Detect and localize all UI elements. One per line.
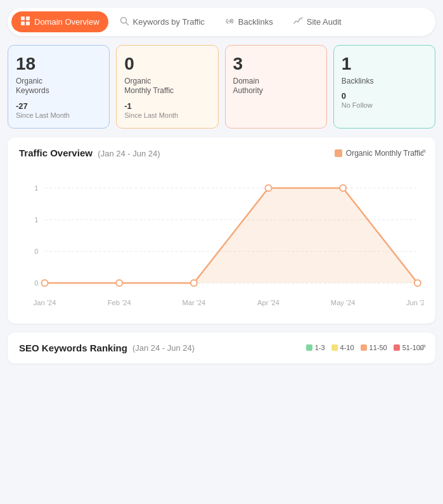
metric-value-traffic: 0 — [124, 54, 210, 74]
svg-rect-1 — [26, 16, 30, 20]
metric-value-domain-authority: 3 — [233, 54, 319, 74]
seo-title: SEO Keywords Ranking — [19, 343, 127, 353]
tab-backlinks[interactable]: Backlinks — [216, 11, 282, 32]
domain-overview-icon — [20, 16, 30, 28]
svg-line-5 — [125, 22, 128, 25]
legend-box-51-100 — [394, 344, 400, 351]
svg-text:May '24: May '24 — [331, 299, 356, 306]
tab-keywords-by-traffic[interactable]: Keywords by Traffic — [111, 11, 214, 32]
legend-label-11-50: 11-50 — [369, 344, 387, 351]
chart-title-group: Traffic Overview (Jan 24 - Jun 24) — [19, 148, 160, 159]
seo-legend-1-3: 1-3 — [306, 344, 325, 351]
metric-value-keywords: 18 — [16, 54, 101, 74]
svg-text:Jun '24: Jun '24 — [406, 299, 424, 306]
svg-point-15 — [42, 280, 48, 286]
legend-label-traffic: Organic Monthly Traffic — [346, 149, 424, 158]
legend-box-1-3 — [306, 344, 312, 351]
metric-card-backlinks: 1 Backlinks 0 No Follow — [333, 45, 435, 129]
svg-rect-3 — [26, 22, 30, 25]
svg-text:0: 0 — [34, 279, 38, 287]
tab-domain-overview-label: Domain Overview — [34, 17, 100, 27]
metric-card-organic-traffic: 0 OrganicMonthly Traffic -1 Since Last M… — [116, 45, 218, 129]
tab-backlinks-label: Backlinks — [238, 17, 273, 27]
metric-label-backlinks: Backlinks — [342, 77, 427, 87]
backlinks-icon — [225, 16, 234, 28]
svg-text:1: 1 — [34, 216, 38, 224]
tab-site-audit[interactable]: Site Audit — [285, 11, 350, 32]
export-chart-icon[interactable]: ↗ — [418, 146, 427, 158]
chart-header: Traffic Overview (Jan 24 - Jun 24) Organ… — [19, 148, 424, 159]
seo-legend: 1-3 4-10 11-50 51-100 — [306, 344, 424, 351]
legend-box-11-50 — [361, 344, 367, 351]
metric-change-label-keywords: Since Last Month — [16, 111, 101, 119]
svg-point-20 — [414, 280, 421, 286]
legend-dot-traffic — [335, 149, 342, 157]
seo-period: (Jan 24 - Jun 24) — [132, 343, 195, 353]
seo-legend-11-50: 11-50 — [361, 344, 387, 351]
svg-point-17 — [191, 280, 197, 286]
site-audit-icon — [293, 16, 303, 28]
export-seo-icon[interactable]: ↗ — [418, 341, 427, 353]
metric-card-organic-keywords: 18 OrganicKeywords -27 Since Last Month — [8, 45, 110, 129]
traffic-chart-card: Traffic Overview (Jan 24 - Jun 24) Organ… — [8, 137, 435, 324]
legend-label-1-3: 1-3 — [315, 344, 325, 351]
svg-point-19 — [340, 185, 346, 191]
legend-box-4-10 — [331, 344, 338, 351]
seo-legend-4-10: 4-10 — [331, 344, 354, 351]
tab-site-audit-label: Site Audit — [307, 17, 342, 27]
metric-cards: 18 OrganicKeywords -27 Since Last Month … — [8, 45, 435, 129]
svg-rect-2 — [21, 22, 25, 25]
metric-value-backlinks: 1 — [342, 54, 427, 74]
svg-text:0: 0 — [34, 248, 38, 255]
metric-card-domain-authority: 3 DomainAuthority — [225, 45, 327, 129]
metric-change-traffic: -1 — [124, 101, 210, 111]
svg-text:Feb '24: Feb '24 — [108, 299, 131, 306]
seo-keywords-card: ↗ SEO Keywords Ranking (Jan 24 - Jun 24)… — [8, 332, 435, 363]
seo-header: SEO Keywords Ranking (Jan 24 - Jun 24) 1… — [19, 343, 424, 353]
svg-rect-0 — [21, 16, 25, 20]
svg-text:Mar '24: Mar '24 — [182, 299, 205, 306]
legend-label-4-10: 4-10 — [340, 344, 354, 351]
chart-legend: Organic Monthly Traffic — [335, 149, 424, 158]
metric-change-keywords: -27 — [16, 101, 101, 111]
metric-label-keywords: OrganicKeywords — [16, 77, 101, 96]
svg-point-18 — [265, 185, 271, 191]
tab-keywords-label: Keywords by Traffic — [133, 17, 205, 27]
metric-change-label-backlinks: No Follow — [342, 101, 427, 109]
keywords-icon — [120, 16, 129, 28]
tab-domain-overview[interactable]: Domain Overview — [11, 11, 108, 32]
svg-text:1: 1 — [34, 184, 38, 192]
metric-change-backlinks: 0 — [342, 91, 427, 101]
chart-title: Traffic Overview — [19, 148, 93, 158]
chart-svg-area: 1 1 0 0 Jan '24 Feb '24 Mar '24 Apr '24 … — [19, 169, 424, 315]
svg-point-16 — [116, 280, 122, 286]
metric-label-domain-authority: DomainAuthority — [233, 77, 319, 96]
nav-tabs: Domain Overview Keywords by Traffic Back… — [8, 8, 435, 36]
metric-label-traffic: OrganicMonthly Traffic — [124, 77, 210, 96]
traffic-chart-svg: 1 1 0 0 Jan '24 Feb '24 Mar '24 Apr '24 … — [19, 169, 424, 315]
svg-text:Jan '24: Jan '24 — [34, 299, 56, 306]
metric-change-label-traffic: Since Last Month — [124, 111, 210, 119]
chart-period: (Jan 24 - Jun 24) — [98, 149, 160, 158]
svg-text:Apr '24: Apr '24 — [257, 299, 279, 306]
